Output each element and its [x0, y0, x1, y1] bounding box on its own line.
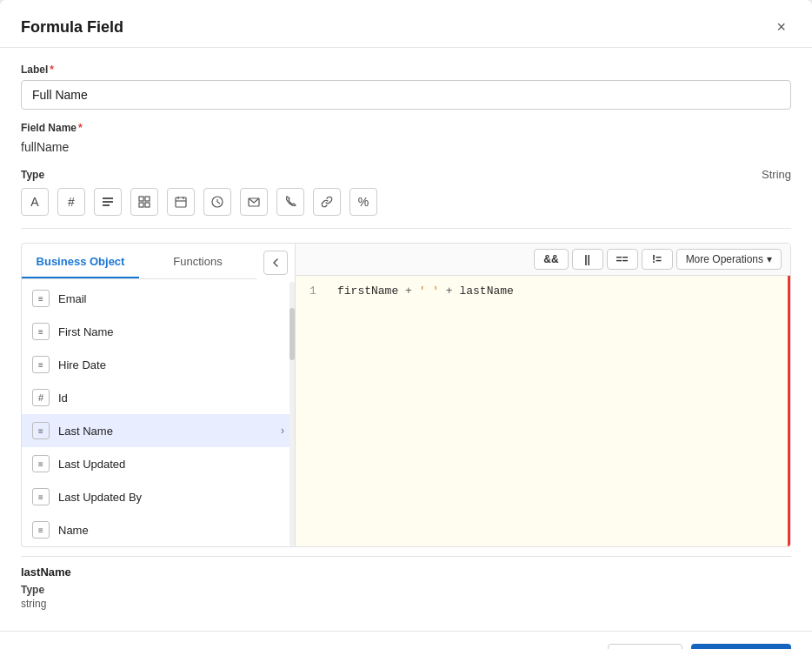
equals-button[interactable]: ==: [607, 249, 638, 270]
svg-rect-7: [176, 197, 186, 207]
phone-icon: [284, 196, 296, 208]
email-field-icon: ≡: [32, 290, 50, 307]
editor-line: 1 firstName + ' ' + lastName: [309, 284, 776, 298]
svg-rect-4: [145, 197, 150, 201]
calendar-icon: [175, 196, 187, 208]
list-item[interactable]: ≡ Hire Date: [22, 348, 295, 381]
dialog-body: Label* Field Name* fullName Type String …: [0, 48, 812, 631]
list-item[interactable]: # Id: [22, 381, 295, 414]
editor-toolbar: && || == != More Operations ▾: [296, 244, 790, 276]
bottom-type-value: string: [21, 598, 46, 610]
hiredate-field-label: Hire Date: [58, 358, 284, 371]
list-item[interactable]: ≡ Name: [22, 513, 295, 546]
not-equals-button[interactable]: !=: [642, 249, 673, 270]
type-number-icon-btn[interactable]: #: [57, 188, 85, 216]
svg-rect-3: [139, 197, 143, 201]
bottom-info: lastName Type string: [21, 556, 791, 615]
editor-right-border: [788, 276, 790, 546]
tab-row: Business Object Functions: [22, 244, 295, 282]
type-calendar-icon-btn[interactable]: [167, 188, 195, 216]
email-field-label: Email: [58, 292, 284, 305]
type-grid-icon-btn[interactable]: [130, 188, 158, 216]
bottom-field-name: lastName: [21, 565, 791, 579]
firstname-field-icon: ≡: [32, 323, 50, 340]
main-area: Business Object Functions ≡ Email: [21, 243, 791, 547]
formula-field-dialog: Formula Field × Label* Field Name* fullN…: [0, 0, 812, 649]
label-field-group: Label*: [21, 64, 791, 110]
svg-rect-2: [103, 204, 110, 206]
svg-rect-1: [103, 201, 113, 203]
type-icons-row: A #: [21, 188, 791, 229]
textarea-icon: [102, 196, 114, 208]
field-name-group: Field Name* fullName: [21, 122, 791, 156]
lastname-field-icon: ≡: [32, 422, 50, 439]
lastupdatedby-field-label: Last Updated By: [58, 491, 284, 504]
email-icon: [248, 196, 260, 208]
lastupdatedby-field-icon: ≡: [32, 488, 50, 505]
tab-functions[interactable]: Functions: [139, 246, 256, 278]
list-item[interactable]: ≡ Last Updated: [22, 447, 295, 480]
bottom-type-row: Type string: [21, 582, 791, 610]
list-item[interactable]: ≡ First Name: [22, 315, 295, 348]
list-scroll-area: ≡ Email ≡ First Name ≡ Hire Date #: [22, 282, 295, 546]
hiredate-field-icon: ≡: [32, 356, 50, 373]
code-plus-1: +: [405, 284, 419, 298]
list-item[interactable]: ≡ Last Updated By: [22, 480, 295, 513]
line-number: 1: [309, 284, 325, 298]
editor-code: firstName + ' ' + lastName: [337, 284, 514, 298]
name-field-icon: ≡: [32, 521, 50, 539]
code-space-str: ' ': [419, 284, 439, 298]
type-phone-icon-btn[interactable]: [276, 188, 304, 216]
editor-area[interactable]: 1 firstName + ' ' + lastName: [296, 276, 790, 546]
lastupdated-field-icon: ≡: [32, 455, 50, 472]
more-operations-button[interactable]: More Operations ▾: [676, 249, 782, 270]
code-lastname: lastName: [459, 284, 513, 298]
type-textarea-icon-btn[interactable]: [94, 188, 122, 216]
create-field-button[interactable]: Create Field: [691, 644, 791, 649]
dropdown-arrow-icon: ▾: [767, 253, 772, 265]
required-star: *: [50, 64, 54, 76]
tab-business-object[interactable]: Business Object: [22, 246, 139, 278]
type-percent-icon-btn[interactable]: %: [349, 188, 377, 216]
lastname-list-item[interactable]: ≡ Last Name › Insert: [22, 414, 295, 447]
back-button[interactable]: [263, 251, 288, 275]
type-value: String: [762, 168, 791, 181]
scrollbar-thumb: [290, 308, 295, 360]
bottom-type-label: Type: [21, 584, 44, 596]
scrollbar-track: [290, 282, 295, 546]
link-icon: [321, 196, 333, 208]
left-panel: Business Object Functions ≡ Email: [22, 244, 296, 546]
grid-icon: [138, 196, 150, 208]
id-field-label: Id: [58, 391, 284, 405]
svg-rect-6: [145, 203, 150, 207]
type-row: Type String: [21, 168, 791, 181]
label-input[interactable]: [21, 80, 791, 110]
close-button[interactable]: ×: [771, 17, 791, 37]
dialog-footer: Cancel Create Field: [0, 631, 812, 649]
firstname-field-label: First Name: [58, 325, 284, 338]
lastname-field-label: Last Name: [58, 425, 272, 438]
type-link-icon-btn[interactable]: [313, 188, 341, 216]
dialog-title: Formula Field: [21, 18, 123, 37]
pipe-button[interactable]: ||: [572, 249, 603, 270]
type-clock-icon-btn[interactable]: [203, 188, 231, 216]
and-and-button[interactable]: &&: [534, 249, 568, 270]
list-items: ≡ Email ≡ First Name ≡ Hire Date #: [22, 282, 295, 546]
field-name-value: fullName: [21, 138, 791, 156]
insert-arrow-icon: ›: [281, 425, 284, 437]
field-name-label: Field Name*: [21, 122, 791, 134]
cancel-button[interactable]: Cancel: [608, 644, 682, 649]
svg-rect-5: [139, 203, 143, 207]
clock-icon: [211, 196, 223, 208]
type-text-icon-btn[interactable]: A: [21, 188, 49, 216]
required-star-2: *: [78, 122, 83, 134]
code-firstname: firstName: [337, 284, 398, 298]
type-email-icon-btn[interactable]: [240, 188, 268, 216]
back-icon: [271, 258, 280, 267]
panel-tabs: Business Object Functions: [22, 246, 256, 279]
id-field-icon: #: [32, 389, 50, 406]
type-label: Type: [21, 169, 44, 181]
list-item[interactable]: ≡ Email: [22, 282, 295, 315]
code-plus-2: +: [446, 284, 460, 298]
name-field-label: Name: [58, 524, 284, 537]
